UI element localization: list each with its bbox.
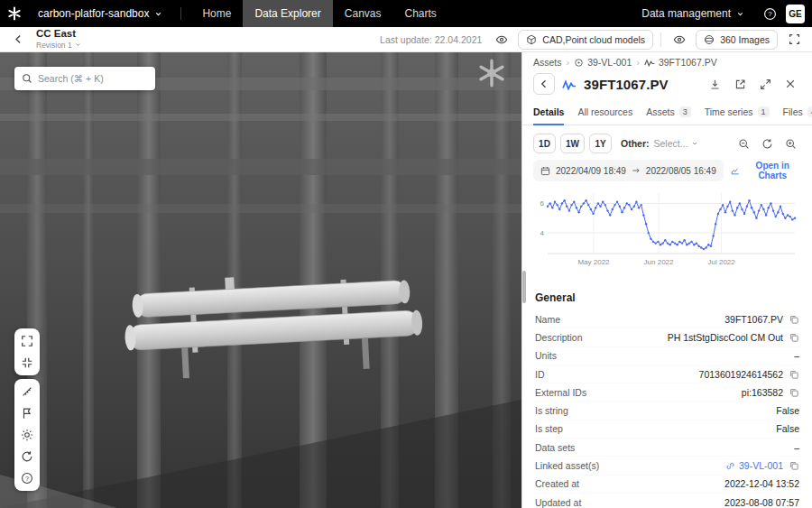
date-range-picker[interactable]: 2022/04/09 18:49 2022/08/05 16:49 (533, 160, 724, 181)
toggle-360-visibility-button[interactable] (669, 29, 690, 51)
viewer-3d[interactable]: ? (0, 52, 521, 508)
collapse-view-button[interactable] (16, 352, 38, 374)
sun-icon (21, 429, 33, 441)
tab-details[interactable]: Details (533, 100, 564, 125)
viewer-toolbar-tools: ? (14, 379, 40, 491)
copy-button[interactable] (789, 332, 799, 343)
property-row-updated-at: Updated at2023-08-08 07:57 (535, 494, 799, 508)
range-select[interactable]: Select... (654, 138, 699, 149)
timeseries-icon (562, 79, 577, 90)
property-row-created-at: Created at2022-12-04 13:52 (535, 476, 799, 494)
expand-diagonal-icon (760, 79, 771, 90)
toggle-cad-visibility-button[interactable] (491, 29, 512, 51)
breadcrumb-item-39-vl-001[interactable]: 39-VL-001 (574, 57, 632, 68)
search-input[interactable] (38, 73, 148, 84)
calendar-icon (540, 166, 550, 176)
svg-text:6: 6 (540, 199, 545, 208)
zoom-out-icon (738, 138, 750, 150)
avatar[interactable]: GE (786, 5, 805, 23)
viewer-help-button[interactable]: ? (16, 467, 38, 489)
breadcrumb-separator: › (567, 57, 570, 68)
cognite-logo-icon (0, 0, 29, 27)
date-from: 2022/04/09 18:49 (556, 166, 626, 176)
model-toolbar: CC East Revision 1 Last update: 22.04.20… (0, 27, 812, 52)
copy-icon (789, 460, 799, 471)
page-title: 39FT1067.PV (584, 77, 669, 92)
reset-zoom-button[interactable] (756, 133, 778, 154)
open-in-new-icon (734, 79, 746, 90)
data-management-menu[interactable]: Data management (632, 0, 753, 27)
property-row-external-ids: External IDspi:163582 (535, 383, 799, 402)
chevron-down-icon (75, 42, 81, 48)
project-selector[interactable]: carbon-platfor-sandbox (29, 0, 171, 27)
download-icon (709, 79, 721, 90)
open-in-charts-link[interactable]: Open in Charts (731, 161, 801, 180)
svg-text:Jul 2022: Jul 2022 (707, 258, 735, 266)
nav-item-charts[interactable]: Charts (392, 0, 448, 27)
copy-button[interactable] (789, 369, 799, 380)
asset-icon (574, 58, 584, 68)
property-row-is-step: Is stepFalse (535, 420, 799, 439)
property-row-is-string: Is stringFalse (535, 402, 799, 420)
nav-item-canvas[interactable]: Canvas (333, 0, 393, 27)
last-update-label: Last update: 22.04.2021 (380, 34, 482, 45)
fit-view-button[interactable] (16, 330, 38, 352)
flag-button[interactable] (16, 402, 38, 424)
brightness-button[interactable] (16, 424, 38, 446)
nav-item-home[interactable]: Home (190, 0, 243, 27)
range-button-1d[interactable]: 1D (533, 134, 556, 153)
panel-back-button[interactable] (533, 73, 555, 95)
frame-view-button[interactable] (783, 29, 805, 51)
copy-button[interactable] (789, 314, 799, 325)
breadcrumb-item-39ft1067-pv[interactable]: 39FT1067.PV (644, 57, 717, 68)
panel-scrollbar[interactable] (522, 52, 526, 508)
breadcrumb-item-assets[interactable]: Assets (533, 57, 562, 68)
viewer-toolbar-zoom (14, 328, 40, 375)
other-label: Other: (621, 138, 650, 149)
top-navbar: carbon-platfor-sandbox HomeData Explorer… (0, 0, 812, 27)
download-button[interactable] (704, 73, 725, 95)
zoom-in-button[interactable] (780, 133, 801, 154)
linked-asset-link[interactable]: 39-VL-001 (725, 460, 783, 471)
tab-time-series[interactable]: Time series1 (705, 100, 770, 125)
svg-text:?: ? (25, 476, 29, 482)
tab-badge: 1 (758, 106, 770, 117)
3d-scene (0, 52, 521, 508)
svg-text:?: ? (768, 10, 772, 18)
refresh-icon (761, 138, 773, 150)
detail-panel: Assets›39-VL-001›39FT1067.PV 39FT1067.PV (521, 52, 812, 508)
range-button-1y[interactable]: 1Y (589, 134, 612, 153)
measure-button[interactable] (16, 381, 38, 402)
expand-panel-button[interactable] (754, 73, 776, 95)
chevron-down-icon (691, 140, 698, 147)
refresh-view-button[interactable] (16, 446, 38, 467)
model-info: CC East Revision 1 (36, 29, 81, 50)
property-row-units: Units– (535, 347, 799, 365)
close-panel-button[interactable] (780, 73, 801, 95)
measure-icon (21, 385, 33, 398)
main-nav: HomeData ExplorerCanvasCharts (190, 0, 448, 27)
eye-icon (495, 33, 508, 46)
tab-all-resources[interactable]: All resources (577, 100, 632, 125)
copy-button[interactable] (789, 460, 799, 471)
viewer-search[interactable] (14, 67, 155, 90)
nav-item-data-explorer[interactable]: Data Explorer (243, 0, 332, 27)
timeseries-chart[interactable]: 46May 2022Jun 2022Jul 2022 (522, 185, 812, 281)
help-button[interactable]: ? (759, 3, 780, 24)
back-button[interactable] (7, 29, 29, 51)
tab-files[interactable]: Files4 (783, 100, 812, 125)
copy-button[interactable] (789, 387, 799, 398)
property-row-id: ID7013601924614562 (535, 365, 799, 383)
copy-icon (789, 314, 799, 325)
range-button-1w[interactable]: 1W (560, 134, 585, 153)
property-row-linked-asset-s: Linked asset(s)39-VL-001 (535, 457, 799, 475)
cube-icon (526, 34, 537, 45)
tab-assets[interactable]: Assets3 (646, 100, 691, 125)
zoom-out-button[interactable] (733, 133, 754, 154)
revision-selector[interactable]: Revision 1 (36, 40, 81, 50)
property-row-data-sets: Data sets– (535, 439, 799, 457)
images-360-button[interactable]: 360 Images (696, 30, 778, 50)
flag-icon (21, 407, 33, 420)
cad-models-button[interactable]: CAD,Point cloud models (518, 30, 653, 50)
open-in-new-button[interactable] (729, 73, 751, 95)
